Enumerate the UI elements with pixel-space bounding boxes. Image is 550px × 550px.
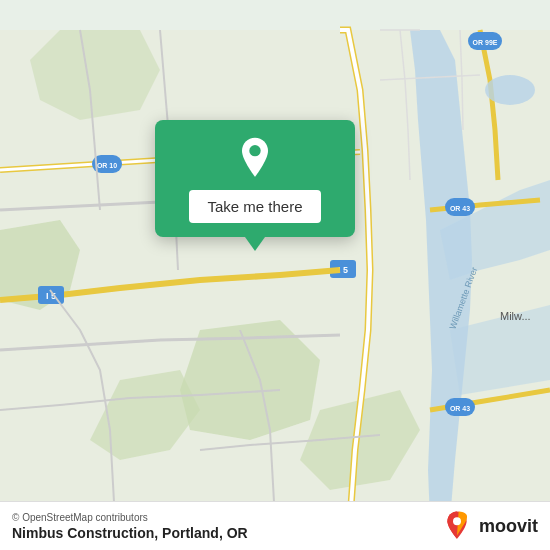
osm-attribution: © OpenStreetMap contributors xyxy=(12,512,248,523)
svg-text:OR 10: OR 10 xyxy=(97,162,117,169)
footer-bar: © OpenStreetMap contributors Nimbus Cons… xyxy=(0,501,550,550)
location-pin-icon xyxy=(233,136,277,180)
take-me-there-button[interactable]: Take me there xyxy=(189,190,320,223)
svg-text:OR 43: OR 43 xyxy=(450,205,470,212)
svg-point-19 xyxy=(453,517,461,525)
footer-left: © OpenStreetMap contributors Nimbus Cons… xyxy=(12,512,248,541)
svg-point-17 xyxy=(485,75,535,105)
moovit-icon xyxy=(441,510,473,542)
map-container: I 5 OR 10 OR 10 I 5 OR 43 OR 43 OR 99E xyxy=(0,0,550,550)
location-title: Nimbus Construction, Portland, OR xyxy=(12,525,248,541)
svg-point-18 xyxy=(249,145,260,156)
map-background: I 5 OR 10 OR 10 I 5 OR 43 OR 43 OR 99E xyxy=(0,0,550,550)
popup-card: Take me there xyxy=(155,120,355,237)
svg-text:OR 99E: OR 99E xyxy=(473,39,498,46)
svg-text:OR 43: OR 43 xyxy=(450,405,470,412)
moovit-text: moovit xyxy=(479,516,538,537)
svg-text:Milw...: Milw... xyxy=(500,310,531,322)
moovit-logo[interactable]: moovit xyxy=(441,510,538,542)
